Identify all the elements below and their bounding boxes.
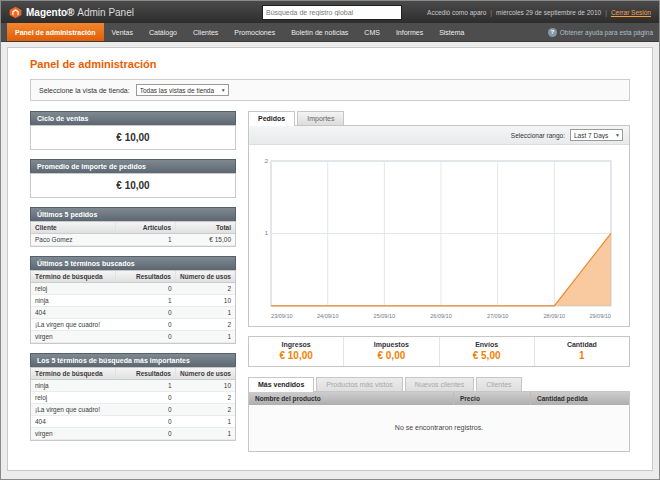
- total-stat-label: Impuestos: [346, 341, 436, 348]
- global-search-input[interactable]: [262, 5, 402, 20]
- nav-item[interactable]: Clientes: [185, 23, 226, 41]
- nav-item-label: Ventas: [112, 29, 133, 36]
- dashboard-sidebar: Ciclo de ventas € 10,00 Promedio de impo…: [30, 111, 236, 450]
- nav-item[interactable]: Sistema: [431, 23, 472, 41]
- total-stat-label: Envíos: [442, 341, 532, 348]
- box-title: Los 5 términos de búsqueda más important…: [30, 353, 236, 367]
- col-header: Término de búsqueda: [31, 368, 116, 380]
- tab-label: Clientes: [486, 381, 511, 388]
- nav-item-label: Panel de administración: [15, 29, 96, 36]
- magento-logo-icon: [9, 6, 22, 19]
- svg-text:27/09/10: 27/09/10: [487, 313, 508, 319]
- total-stat-value: € 5,00: [442, 350, 532, 361]
- col-header: Resultados: [116, 271, 176, 283]
- col-header: Total: [176, 222, 236, 234]
- col-header: Resultados: [116, 368, 176, 380]
- store-view-select[interactable]: Todas las vistas de tienda: [136, 84, 229, 96]
- nav-menu: Panel de administración Ventas Catálogo …: [7, 23, 472, 41]
- tab-label: Pedidos: [258, 115, 285, 122]
- svg-text:25/09/10: 25/09/10: [374, 313, 395, 319]
- range-toolbar: Seleccionar rango: Last 7 Days ▼: [249, 126, 629, 145]
- col-header: Artículos: [116, 222, 176, 234]
- svg-text:2: 2: [265, 158, 269, 164]
- tab-label: Importes: [307, 115, 334, 122]
- tab[interactable]: Nuevos clientes: [405, 377, 474, 391]
- total-stat-value: € 10,00: [251, 350, 341, 361]
- app-title: Magento® Admin Panel: [26, 7, 134, 18]
- box-title: Ciclo de ventas: [30, 111, 236, 125]
- logout-link[interactable]: Cerrar Sesión: [611, 9, 651, 16]
- current-date: miércoles 29 de septiembre de 2010: [496, 9, 601, 16]
- tab-label: Productos más vistos: [326, 381, 393, 388]
- last-search-terms-box: Últimos 5 términos buscados Término de b…: [30, 256, 236, 344]
- box-title: Últimos 5 pedidos: [30, 207, 236, 221]
- range-label: Seleccionar rango:: [511, 132, 565, 139]
- last-orders-box: Últimos 5 pedidos Cliente Artículos Tota…: [30, 207, 236, 247]
- logged-in-text: Accedió como aparo: [427, 9, 486, 16]
- tab[interactable]: Productos más vistos: [316, 377, 403, 391]
- orders-chart: 1223/09/1024/09/1025/09/1026/09/1027/09/…: [249, 145, 629, 326]
- total-stat: Ingresos € 10,00: [249, 337, 343, 366]
- page-help-link[interactable]: ? Obtener ayuda para esta página: [548, 23, 653, 41]
- chart-tabs: Pedidos Importes: [248, 111, 630, 125]
- table-row[interactable]: virgen01: [31, 428, 235, 440]
- nav-item-label: Sistema: [439, 29, 464, 36]
- table-row[interactable]: ninja110: [31, 380, 235, 392]
- nav-item[interactable]: Ventas: [104, 23, 141, 41]
- nav-item-label: Promociones: [234, 29, 275, 36]
- nav-item[interactable]: Panel de administración: [7, 23, 104, 41]
- tab[interactable]: Clientes: [476, 377, 521, 391]
- table-row[interactable]: 40401: [31, 416, 235, 428]
- dashboard-main: Pedidos Importes Seleccionar rango: Last…: [248, 111, 630, 452]
- tab[interactable]: Pedidos: [248, 111, 295, 126]
- total-stat-label: Ingresos: [251, 341, 341, 348]
- tab[interactable]: Más vendidos: [248, 377, 314, 392]
- tab-label: Más vendidos: [258, 381, 304, 388]
- col-header: Cantidad pedida: [531, 392, 630, 405]
- table-row[interactable]: reloj02: [31, 283, 235, 295]
- col-header: Número de usos: [176, 368, 236, 380]
- dashboard-columns: Ciclo de ventas € 10,00 Promedio de impo…: [30, 111, 630, 452]
- table-row[interactable]: virgen01: [31, 331, 235, 343]
- app-title-suffix: Admin Panel: [77, 7, 134, 18]
- store-view-label: Seleccione la vista de tienda:: [39, 87, 130, 94]
- total-stat: Envíos € 5,00: [439, 337, 534, 366]
- svg-text:24/09/10: 24/09/10: [317, 313, 338, 319]
- svg-text:28/09/10: 28/09/10: [544, 313, 565, 319]
- col-header: Cliente: [31, 222, 116, 234]
- nav-item-label: Boletín de noticias: [291, 29, 348, 36]
- table-row[interactable]: ¡La virgen que cuadro!02: [31, 319, 235, 331]
- table-row[interactable]: ¡La virgen que cuadro!02: [31, 404, 235, 416]
- box-title: Promedio de importe de pedidos: [30, 159, 236, 173]
- nav-item[interactable]: Promociones: [226, 23, 283, 41]
- orders-panel: Seleccionar rango: Last 7 Days ▼ 1223/09…: [248, 125, 630, 327]
- table-row[interactable]: ninja110: [31, 295, 235, 307]
- table-row[interactable]: reloj02: [31, 392, 235, 404]
- products-tabs: Más vendidos Productos más vistos Nuevos…: [248, 377, 630, 391]
- col-header: Precio: [454, 392, 531, 405]
- nav-item[interactable]: CMS: [356, 23, 388, 41]
- range-select[interactable]: Last 7 Days: [570, 129, 623, 141]
- total-stat: Cantidad 1: [534, 337, 629, 366]
- help-label: Obtener ayuda para esta página: [560, 29, 653, 36]
- tab[interactable]: Importes: [297, 111, 344, 125]
- nav-item[interactable]: Informes: [388, 23, 431, 41]
- nav-item-label: Clientes: [193, 29, 218, 36]
- average-orders-value: € 10,00: [31, 174, 235, 197]
- last-orders-table: Cliente Artículos Total Paco Gomez1€ 15,…: [31, 222, 235, 246]
- nav-item-label: CMS: [364, 29, 380, 36]
- nav-item[interactable]: Catálogo: [141, 23, 185, 41]
- svg-text:26/09/10: 26/09/10: [430, 313, 451, 319]
- lifetime-sales-box: Ciclo de ventas € 10,00: [30, 111, 236, 150]
- top-search-terms-table: Término de búsqueda Resultados Número de…: [31, 368, 235, 440]
- col-header: Término de búsqueda: [31, 271, 116, 283]
- session-info: Accedió como aparo | miércoles 29 de sep…: [427, 9, 651, 16]
- table-row[interactable]: Paco Gomez1€ 15,00: [31, 234, 235, 246]
- last-search-terms-table: Término de búsqueda Resultados Número de…: [31, 271, 235, 343]
- nav-item[interactable]: Boletín de noticias: [283, 23, 356, 41]
- products-grid: Nombre del producto Precio Cantidad pedi…: [248, 391, 630, 452]
- app-title-brand: Magento®: [26, 7, 74, 18]
- content-card: Panel de administración Seleccione la vi…: [7, 47, 653, 471]
- col-header: Número de usos: [176, 271, 236, 283]
- table-row[interactable]: 40401: [31, 307, 235, 319]
